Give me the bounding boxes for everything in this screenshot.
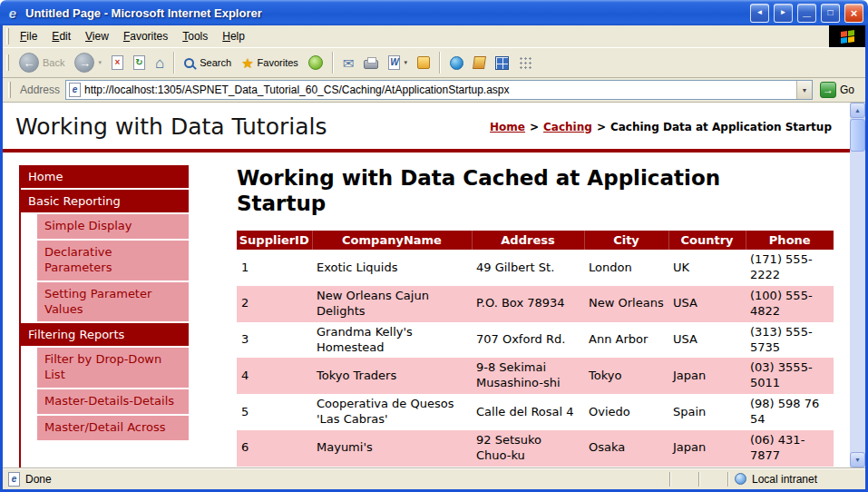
table-row: 4 Tokyo Traders 9-8 Sekimai Musashino-sh… [237,358,834,394]
go-arrow-icon: → [820,82,836,98]
main-content: Working with Data Cached at Application … [237,165,837,467]
column-header-city: City [584,231,668,250]
breadcrumb-caching-link[interactable]: Caching [543,121,592,133]
sidebar-item-filter-by-drop-down-list[interactable]: Filter by Drop-Down List [37,348,189,388]
breadcrumb-home-link[interactable]: Home [490,121,525,133]
forward-icon: → [74,53,94,73]
sidebar-item-home[interactable]: Home [21,165,189,188]
sidebar-item-filtering-reports[interactable]: Filtering Reports [21,323,189,346]
toolbar-grip[interactable] [6,54,9,71]
vertical-scrollbar[interactable]: ▲ ▼ [850,103,865,467]
suppliers-table: SupplierID CompanyName Address City Coun… [237,231,834,467]
toolbar-separator [173,52,175,74]
refresh-icon: ↻ [133,55,145,70]
table-cell: Exotic Liquids [312,250,472,286]
table-cell: Grandma Kelly's Homestead [312,322,472,359]
table-cell: USA [668,286,746,322]
table-row: 5 Cooperativa de Quesos 'Las Cabras' Cal… [237,394,834,430]
table-cell: Ann Arbor [584,322,668,359]
refresh-button[interactable]: ↻ [130,54,149,72]
history-button[interactable] [305,54,327,72]
maximize-button[interactable]: □ [821,4,840,23]
discuss-button[interactable] [414,54,434,71]
menu-help[interactable]: Help [215,27,252,45]
menu-file[interactable]: File [13,27,44,45]
menu-edit[interactable]: Edit [44,27,78,45]
sidebar-navigation: Home Basic Reporting Simple Display Decl… [19,165,189,467]
globe-icon [735,473,746,485]
windows-flag-icon [841,29,854,43]
site-title: Working with Data Tutorials [15,113,327,140]
page-viewport: Working with Data Tutorials Home>Caching… [3,103,865,467]
scroll-down-button[interactable]: ▼ [850,452,865,467]
standard-buttons-toolbar: ← Back → ▾ × ↻ ⌂ Search ★ Fa [3,47,865,78]
home-button[interactable]: ⌂ [151,54,168,73]
status-divider [669,472,671,487]
research-icon [473,56,486,69]
minimize-button[interactable]: — [797,4,816,23]
table-cell: 2 [237,286,312,322]
toolbar-grip[interactable] [6,28,9,44]
breadcrumb-current: Caching Data at Application Startup [610,121,832,133]
menu-favorites[interactable]: Favorites [116,27,175,45]
messenger-button[interactable] [446,54,467,72]
favorites-button[interactable]: ★ Favorites [238,54,302,72]
titlebar-extra-right-button[interactable]: ► [774,4,793,23]
mail-icon: ✉ [343,56,355,70]
table-cell: (03) 3555-5011 [746,358,834,394]
close-button[interactable]: × [844,4,863,23]
menu-view[interactable]: View [78,27,116,45]
sidebar-item-basic-reporting[interactable]: Basic Reporting [21,190,189,212]
table-cell: UK [668,250,746,286]
back-button[interactable]: ← Back [15,51,68,74]
table-row: 1 Exotic Liquids 49 Gilbert St. London U… [237,250,834,286]
table-row: 6 Mayumi's 92 Setsuko Chuo-ku Osaka Japa… [237,430,834,467]
table-cell: (171) 555-2222 [746,250,834,286]
stop-icon: × [112,55,123,70]
discuss-icon [417,56,430,69]
grid-button[interactable] [515,54,536,72]
table-cell: (100) 555-4822 [746,286,834,322]
calculator-button[interactable] [492,54,512,72]
table-cell: Tokyo [584,358,668,394]
table-cell: 1 [237,250,312,286]
research-button[interactable] [470,54,489,71]
table-cell: Mayumi's [312,430,472,467]
toolbar-grip[interactable] [8,82,11,98]
browser-window: e Untitled Page - Microsoft Internet Exp… [0,0,868,492]
table-cell: Calle del Rosal 4 [472,394,584,430]
column-header-phone: Phone [746,231,834,250]
status-divider [727,472,729,487]
titlebar-extra-left-button[interactable]: ◄ [750,4,769,23]
table-cell: Tokyo Traders [312,358,472,394]
print-icon [364,60,378,69]
web-page: Working with Data Tutorials Home>Caching… [3,103,850,467]
print-button[interactable] [360,54,382,71]
mail-button[interactable]: ✉ [339,54,358,72]
address-input[interactable]: e http://localhost:1305/ASPNET_Data_Tuto… [65,80,813,100]
column-header-supplierid: SupplierID [237,231,312,250]
breadcrumb-separator: > [530,121,539,133]
scroll-up-button[interactable]: ▲ [850,103,865,118]
go-button[interactable]: → Go [818,82,862,98]
sidebar-item-setting-parameter-values[interactable]: Setting Parameter Values [37,282,189,322]
address-dropdown-button[interactable]: ▼ [796,81,812,99]
sidebar-item-master-detail-across[interactable]: Master/Detail Across [37,416,189,440]
forward-button[interactable]: → ▾ [71,51,105,74]
table-cell: (98) 598 76 54 [746,394,834,430]
table-row: 2 New Orleans Cajun Delights P.O. Box 78… [237,286,834,322]
stop-button[interactable]: × [108,54,127,72]
sidebar-item-declarative-parameters[interactable]: Declarative Parameters [37,241,189,280]
search-button[interactable]: Search [180,55,235,70]
window-title: Untitled Page - Microsoft Internet Explo… [25,6,262,20]
breadcrumb: Home>Caching>Caching Data at Application… [490,121,832,133]
menu-tools[interactable]: Tools [175,27,215,45]
scrollbar-thumb[interactable] [850,119,865,152]
table-cell: Oviedo [584,394,668,430]
favorites-star-icon: ★ [241,56,253,70]
address-url[interactable]: http://localhost:1305/ASPNET_Data_Tutori… [84,84,793,96]
sidebar-item-simple-display[interactable]: Simple Display [37,214,189,239]
sidebar-item-master-details-details[interactable]: Master-Details-Details [37,389,189,414]
edit-with-word-button[interactable]: W ▾ [385,54,411,72]
table-cell: London [584,250,668,286]
